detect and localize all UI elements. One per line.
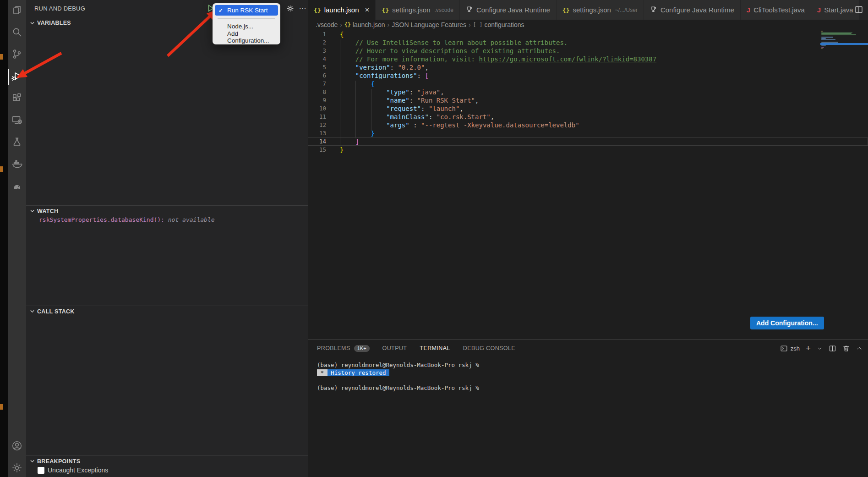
gradle-icon (11, 180, 23, 194)
code-line-15[interactable]: 15} (308, 146, 868, 154)
menu-item-run-rsk-start[interactable]: ✓Run RSK Start (215, 5, 278, 16)
editor-group: {}launch.json×{}settings.json.vscodeConf… (308, 0, 868, 477)
split-terminal-icon[interactable] (829, 345, 836, 352)
sidebar-more-actions-icon[interactable]: ⋯ (298, 4, 307, 13)
code-line-2[interactable]: 2 // Use IntelliSense to learn about pos… (308, 38, 868, 47)
breadcrumb-label: JSON Language Features (392, 21, 466, 28)
activity-item-accounts[interactable] (8, 436, 26, 458)
section-header-call-stack[interactable]: CALL STACK (26, 306, 308, 317)
tab-start-java[interactable]: JStart.java (811, 0, 860, 20)
maximize-panel-icon[interactable] (856, 345, 863, 351)
activity-item-docker[interactable] (8, 154, 26, 176)
json-file-icon: {} (562, 6, 570, 14)
terminal-shell-picker[interactable]: zsh (780, 345, 800, 352)
activity-item-search[interactable] (8, 22, 26, 44)
section-header-breakpoints[interactable]: BREAKPOINTS (26, 455, 308, 466)
code-line-3[interactable]: 3 // Hover to view descriptions of exist… (308, 47, 868, 55)
watch-expression: rskSystemProperties.databaseKind(): (39, 216, 164, 223)
breakpoint-checkbox[interactable] (38, 467, 44, 474)
activity-item-run-and-debug[interactable] (8, 66, 26, 88)
code-line-10[interactable]: 10 "request": "launch", (308, 104, 868, 113)
activity-item-settings[interactable] (8, 458, 26, 477)
add-configuration-button[interactable]: Add Configuration... (750, 317, 824, 329)
code-line-12[interactable]: 12 "args" : "--regtest -Xkeyvalue.dataso… (308, 121, 868, 129)
panel-tab-debug-console[interactable]: DEBUG CONSOLE (463, 340, 515, 357)
line-number: 11 (308, 113, 326, 121)
section-header-watch[interactable]: WATCH (26, 205, 308, 216)
breadcrumb-item-configurations[interactable]: [ ]configurations (473, 21, 524, 28)
code-line-7[interactable]: 7 { (308, 80, 868, 88)
problems-count-badge: 1K+ (354, 345, 370, 352)
docker-icon (11, 158, 23, 172)
minimap-line (821, 45, 826, 46)
minimap-line (821, 37, 833, 38)
code-line-6[interactable]: 6 "configurations": [ (308, 71, 868, 80)
minimap[interactable] (821, 31, 857, 49)
line-number: 3 (308, 47, 326, 55)
activity-item-explorer[interactable] (8, 0, 26, 22)
menu-item-label: Run RSK Start (227, 7, 268, 14)
breadcrumb-item--vscode[interactable]: .vscode (316, 21, 338, 28)
minimap-line (821, 38, 826, 39)
tab-settings-json[interactable]: {}settings.json.vscode (376, 0, 459, 20)
tab-settings-json[interactable]: {}settings.json~/.../User (557, 0, 644, 20)
panel-tab-problems[interactable]: PROBLEMS1K+ (317, 340, 370, 357)
activity-item-source-control[interactable] (8, 44, 26, 66)
close-icon[interactable]: × (365, 6, 370, 14)
minimap-line (821, 33, 852, 34)
menu-separator (218, 18, 275, 19)
panel-tab-label: DEBUG CONSOLE (463, 345, 515, 351)
breadcrumb-item-json-language-features[interactable]: JSON Language Features (392, 21, 466, 28)
code-line-4[interactable]: 4 // For more information, visit: https:… (308, 55, 868, 63)
menu-item-add-configuration-[interactable]: Add Configuration... (215, 32, 278, 42)
code-line-14[interactable]: 14 ] (308, 137, 868, 146)
breadcrumb-item-launch-json[interactable]: {}launch.json (344, 21, 385, 28)
code-line-13[interactable]: 13 } (308, 129, 868, 137)
editor-tab-bar: {}launch.json×{}settings.json.vscodeConf… (308, 0, 868, 20)
background-mark (0, 404, 3, 410)
extensions-icon (11, 92, 23, 106)
chevron-down-icon (28, 308, 36, 315)
section-label-variables: VARIABLES (37, 20, 71, 26)
panel-tab-terminal[interactable]: TERMINAL (420, 340, 450, 357)
panel-tab-label: OUTPUT (382, 345, 407, 351)
kill-terminal-icon[interactable] (842, 345, 850, 352)
terminal-line: (base) reynoldmorel@Reynolds-MacBook-Pro… (317, 384, 479, 392)
code-text: // Hover to view descriptions of existin… (340, 47, 560, 55)
activity-item-remote-explorer[interactable] (8, 110, 26, 132)
panel-actions: zsh + (780, 340, 863, 357)
split-editor-icon[interactable] (854, 5, 863, 16)
line-number: 14 (308, 137, 326, 146)
vscode-window: RUN AND DEBUG ⋯ VARIABLESWATCHCALL STACK… (0, 0, 868, 477)
breakpoint-row[interactable]: Uncaught Exceptions (38, 466, 108, 474)
activity-item-extensions[interactable] (8, 88, 26, 110)
code-text: } (340, 129, 375, 137)
run-and-debug-icon (11, 70, 23, 84)
checkmark-icon: ✓ (218, 7, 223, 14)
activity-item-gradle[interactable] (8, 176, 26, 198)
tab-clitoolstest-java[interactable]: JCliToolsTest.java (741, 0, 811, 20)
watch-expression-row[interactable]: rskSystemProperties.databaseKind(): not … (39, 216, 215, 223)
debug-gear-icon[interactable] (285, 4, 295, 13)
line-number: 6 (308, 71, 326, 80)
code-line-11[interactable]: 11 "mainClass": "co.rsk.Start", (308, 113, 868, 121)
tab-configure-java-runtime[interactable]: Configure Java Runtime (460, 0, 557, 20)
code-line-1[interactable]: 1{ (308, 30, 868, 38)
new-terminal-icon[interactable]: + (806, 344, 811, 352)
code-line-5[interactable]: 5 "version": "0.2.0", (308, 63, 868, 71)
terminal-output[interactable]: (base) reynoldmorel@Reynolds-MacBook-Pro… (317, 362, 479, 392)
minimap-line (821, 47, 824, 48)
code-line-9[interactable]: 9 "name": "Run RSK Start", (308, 96, 868, 104)
code-editor[interactable]: 1{2 // Use IntelliSense to learn about p… (308, 29, 868, 339)
terminal-line: * History restored (317, 369, 479, 377)
terminal-dropdown-chevron-icon[interactable] (817, 345, 823, 351)
activity-item-testing[interactable] (8, 132, 26, 154)
tab-configure-java-runtime[interactable]: Configure Java Runtime (644, 0, 741, 20)
line-number: 5 (308, 63, 326, 71)
breadcrumb: .vscode›{}launch.json›JSON Language Feat… (308, 20, 868, 29)
json-file-icon: {} (382, 6, 389, 14)
code-line-8[interactable]: 8 "type": "java", (308, 88, 868, 96)
tab-launch-json[interactable]: {}launch.json× (308, 0, 376, 20)
panel-tab-output[interactable]: OUTPUT (382, 340, 407, 357)
json-file-icon: {} (314, 6, 321, 14)
